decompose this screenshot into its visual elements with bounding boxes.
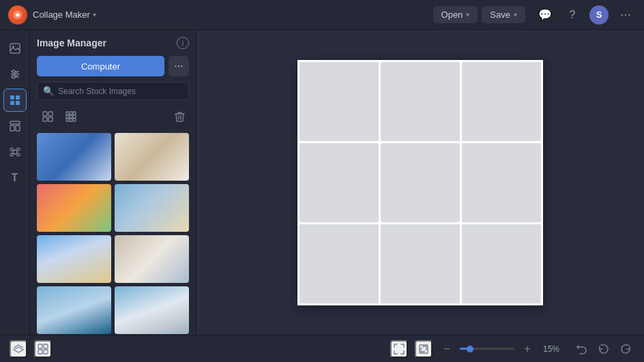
- collage-cell[interactable]: [462, 224, 541, 303]
- topbar-actions: 💬 ? S ⋯: [535, 5, 636, 25]
- rail-text-icon[interactable]: T: [3, 166, 27, 190]
- svg-rect-28: [66, 115, 69, 118]
- panel-title: Image Manager: [37, 37, 106, 48]
- grid-large-view-button[interactable]: [38, 107, 57, 126]
- collage-canvas: [297, 60, 543, 305]
- more-topbar-button[interactable]: ⋯: [615, 5, 636, 25]
- topbar: Collage Maker ▾ Open ▾ Save ▾ 💬 ? S ⋯: [0, 0, 644, 30]
- avatar[interactable]: S: [589, 5, 609, 25]
- icon-rail: T: [0, 30, 30, 335]
- svg-rect-37: [44, 350, 48, 354]
- app-logo: [8, 5, 27, 25]
- svg-point-7: [15, 73, 18, 76]
- collage-cell[interactable]: [381, 224, 460, 303]
- redo-button[interactable]: [617, 340, 634, 358]
- collage-cell[interactable]: [381, 62, 460, 141]
- app-name-chevron: ▾: [93, 11, 96, 18]
- list-item[interactable]: [37, 235, 111, 283]
- bottom-right-actions: [573, 340, 634, 358]
- svg-point-16: [13, 150, 17, 154]
- svg-rect-26: [70, 112, 72, 115]
- panel-header: Image Manager i: [37, 37, 189, 49]
- svg-rect-34: [38, 344, 42, 348]
- rail-elements-icon[interactable]: [3, 140, 27, 164]
- app-name[interactable]: Collage Maker ▾: [33, 10, 96, 20]
- svg-rect-12: [16, 101, 20, 105]
- collage-cell[interactable]: [381, 143, 460, 222]
- rail-adjustments-icon[interactable]: [3, 63, 27, 86]
- svg-rect-33: [73, 119, 76, 121]
- info-icon[interactable]: i: [177, 37, 189, 49]
- svg-rect-35: [44, 344, 48, 348]
- collage-layout-button[interactable]: [34, 340, 52, 358]
- open-button[interactable]: Open ▾: [433, 6, 478, 23]
- delete-images-button[interactable]: [170, 107, 189, 126]
- svg-point-20: [17, 153, 20, 156]
- collage-cell[interactable]: [299, 143, 379, 222]
- fullscreen-button[interactable]: [390, 340, 408, 358]
- canvas-area: [196, 30, 644, 335]
- svg-rect-23: [43, 117, 47, 121]
- svg-rect-9: [10, 95, 14, 100]
- fit-canvas-button[interactable]: [415, 340, 433, 358]
- zoom-out-button[interactable]: −: [439, 342, 454, 357]
- svg-point-8: [12, 76, 15, 78]
- svg-point-6: [12, 70, 15, 73]
- svg-rect-13: [10, 121, 20, 124]
- computer-button[interactable]: Computer: [37, 56, 164, 76]
- rail-grid-icon[interactable]: [3, 115, 27, 138]
- svg-rect-32: [70, 119, 72, 121]
- view-controls: [37, 107, 189, 126]
- collage-cell[interactable]: [299, 62, 379, 141]
- collage-cell[interactable]: [462, 62, 541, 141]
- main-area: T Image Manager i Computer ··· 🔍: [0, 30, 644, 335]
- help-icon-button[interactable]: ?: [562, 5, 583, 25]
- svg-rect-11: [10, 101, 14, 105]
- grid-small-view-button[interactable]: [61, 107, 80, 126]
- list-item[interactable]: [115, 286, 189, 334]
- open-chevron: ▾: [466, 11, 469, 18]
- svg-rect-27: [73, 112, 76, 115]
- svg-rect-31: [66, 119, 69, 121]
- svg-point-18: [17, 148, 20, 151]
- more-sources-button[interactable]: ···: [169, 56, 189, 76]
- history-button[interactable]: [573, 340, 591, 358]
- list-item[interactable]: [37, 286, 111, 334]
- rail-image-icon[interactable]: [3, 37, 27, 60]
- collage-cell[interactable]: [299, 224, 379, 303]
- search-icon: 🔍: [43, 86, 54, 96]
- zoom-controls: − + 15%: [439, 342, 559, 357]
- svg-rect-24: [48, 117, 53, 121]
- svg-rect-22: [48, 112, 53, 116]
- svg-rect-30: [73, 115, 76, 118]
- zoom-percent: 15%: [543, 344, 559, 354]
- list-item[interactable]: [115, 133, 189, 181]
- list-item[interactable]: [115, 184, 189, 232]
- panel-btn-row: Computer ···: [37, 56, 189, 76]
- svg-rect-25: [66, 112, 69, 115]
- zoom-slider-track[interactable]: [460, 348, 514, 350]
- search-input[interactable]: [58, 87, 183, 96]
- svg-rect-29: [70, 115, 72, 118]
- list-item[interactable]: [37, 184, 111, 232]
- svg-rect-10: [16, 95, 20, 100]
- save-chevron: ▾: [514, 11, 517, 18]
- rail-layout-icon[interactable]: [3, 89, 27, 112]
- layers-button[interactable]: [10, 340, 27, 358]
- save-button[interactable]: Save ▾: [482, 6, 525, 23]
- undo-button[interactable]: [595, 340, 613, 358]
- panel: Image Manager i Computer ··· 🔍: [30, 30, 196, 335]
- bottom-bar: − + 15%: [0, 335, 644, 362]
- chat-icon-button[interactable]: 💬: [535, 5, 555, 25]
- svg-rect-15: [16, 125, 20, 131]
- image-grid: [37, 133, 189, 335]
- search-box: 🔍: [37, 82, 189, 100]
- list-item[interactable]: [37, 133, 111, 181]
- zoom-in-button[interactable]: +: [520, 342, 535, 357]
- svg-point-19: [10, 153, 13, 156]
- list-item[interactable]: [115, 235, 189, 283]
- svg-rect-36: [38, 350, 42, 354]
- svg-rect-14: [10, 125, 14, 131]
- zoom-slider-thumb[interactable]: [467, 346, 473, 352]
- collage-cell[interactable]: [462, 143, 541, 222]
